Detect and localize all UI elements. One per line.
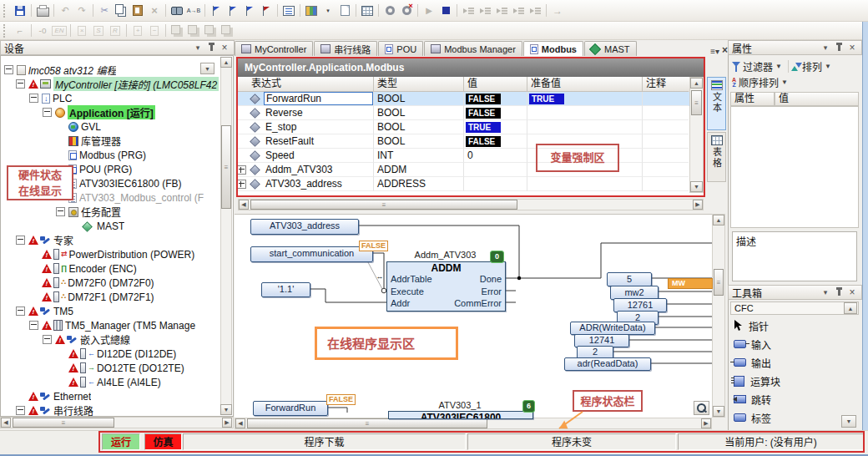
scroll-down-icon[interactable]: ▼ (220, 404, 232, 415)
insert-box-icon[interactable]: + (129, 23, 146, 38)
tree-item-serial-line[interactable]: 串行线路 (2, 403, 235, 418)
clear-bookmarks-icon[interactable] (258, 3, 275, 18)
toolbox-scroll-up-icon[interactable]: ▲ (844, 302, 857, 314)
magnifier-icon[interactable] (694, 401, 709, 415)
goto-icon[interactable]: → (549, 3, 566, 18)
cfc-value-box[interactable]: adr(ReadData) (564, 357, 651, 371)
tab-close-icon[interactable]: × (722, 44, 728, 56)
scroll-left-icon[interactable]: ◀ (239, 200, 249, 210)
watch-row-addm-atv303[interactable]: Addm_ATV303 ADDM (238, 163, 689, 177)
next-bookmark-icon[interactable] (225, 3, 241, 18)
device-combo-dropdown[interactable]: ▼ (200, 63, 214, 74)
view-tab-text[interactable]: 文本 (707, 77, 726, 130)
watch-row-estop[interactable]: E_stop BOOL TRUE (238, 120, 689, 134)
pin-icon[interactable] (833, 43, 845, 53)
prepared-value-badge[interactable]: TRUE (529, 94, 564, 104)
toolbox-item-jump[interactable]: 跳转 (734, 391, 771, 408)
tree-item-do12te[interactable]: →DO12TE (DO12TE) (2, 361, 275, 375)
watch-hscroll-thumb[interactable]: ≡ (250, 200, 517, 210)
visualization-icon[interactable] (303, 3, 320, 18)
tree-item-project[interactable]: lmc058 atv312 编程 (2, 63, 223, 77)
delete-box-icon[interactable]: − (146, 23, 163, 38)
print-icon[interactable] (34, 3, 51, 18)
negation-icon[interactable]: -o (34, 23, 51, 38)
reset-coil-icon[interactable]: R (107, 23, 124, 38)
panel-menu-icon[interactable]: ▾ (192, 43, 204, 53)
value-badge[interactable]: FALSE (466, 136, 501, 147)
tree-vertical-scrollbar[interactable] (220, 57, 232, 415)
tree-item-mycontroller[interactable]: MyController [连接的] (LMC058LF42 (2, 77, 235, 91)
tree-item-encoder[interactable]: ∏Encoder (ENC) (2, 261, 248, 276)
tree-item-dm72f1[interactable]: ∴DM72F1 (DM72F1) (2, 290, 248, 304)
toolbox-scroll-down-icon[interactable]: ▼ (841, 415, 856, 428)
undo-icon[interactable]: ↶ (57, 3, 73, 18)
properties-grid[interactable] (730, 106, 859, 228)
bring-to-front-icon[interactable] (169, 23, 185, 38)
pin-addr[interactable]: Addr (391, 298, 410, 308)
en-eno-icon[interactable]: EN (51, 23, 68, 38)
paste-icon[interactable] (129, 3, 146, 18)
pin-icon[interactable] (205, 43, 217, 53)
toolbox-item-label[interactable]: 标签 (734, 409, 771, 426)
stop-icon[interactable] (437, 3, 454, 18)
tab-mycontroller[interactable]: MyController (235, 41, 313, 56)
diagram-scroll-thumb[interactable]: ≡ (714, 269, 724, 296)
toolbox-item-pointer[interactable]: 指针 (734, 317, 769, 334)
tree-item-modbus-prg[interactable]: Modbus (PRG) (2, 148, 275, 162)
close-icon[interactable]: × (846, 43, 858, 53)
save-icon[interactable] (12, 3, 28, 18)
toolbox-item-input[interactable]: 输入 (734, 336, 771, 352)
column-header-expression[interactable]: 表达式 (238, 77, 374, 92)
order-button[interactable]: 顺序排列 (739, 75, 779, 89)
tab-list-icon[interactable]: ≡▾ (710, 47, 719, 56)
collapse-icon[interactable] (43, 335, 52, 344)
scroll-right-icon[interactable]: ▶ (222, 418, 232, 428)
collapse-icon[interactable] (16, 307, 25, 316)
close-icon[interactable]: × (846, 287, 858, 298)
scroll-up-icon[interactable]: ▲ (690, 78, 703, 89)
grid-view-icon[interactable] (359, 3, 376, 18)
pin-execute[interactable]: Execute (391, 286, 424, 296)
cfc-input-atv303-address[interactable]: ATV303_address (250, 219, 359, 235)
column-header-value[interactable]: 值 (464, 77, 527, 92)
tab-serial-line[interactable]: 串行线路 (314, 41, 377, 56)
tree-item-expert[interactable]: 专家 (2, 233, 235, 247)
scroll-up-icon[interactable]: ▲ (713, 215, 724, 225)
value-badge[interactable]: FALSE (466, 108, 501, 119)
cfc-value-box[interactable]: ADR(WriteData) (570, 322, 655, 335)
watch-list-icon[interactable] (280, 3, 297, 18)
run-to-cursor-icon[interactable] (510, 3, 527, 18)
scroll-left-icon[interactable]: ◀ (235, 418, 245, 428)
scroll-down-icon[interactable]: ▼ (713, 406, 724, 417)
collapse-icon[interactable] (16, 406, 25, 415)
collapse-icon[interactable] (16, 79, 25, 89)
watch-row-reverse[interactable]: Reverse BOOL FALSE (238, 106, 689, 120)
login-icon[interactable] (381, 3, 398, 18)
tree-item-dm72f0[interactable]: ∴DM72F0 (DM72F0) (2, 276, 248, 290)
tab-modbus[interactable]: Modbus (523, 41, 583, 56)
watch-row-resetfault[interactable]: ResetFault BOOL FALSE (238, 134, 689, 149)
tree-item-ai4le[interactable]: ←AI4LE (AI4LE) (2, 375, 275, 389)
watch-row-speed[interactable]: Speed INT 0 (238, 149, 689, 163)
value-badge[interactable]: TRUE (466, 122, 501, 133)
set-coil-icon[interactable]: S (90, 23, 107, 38)
logout-icon[interactable] (398, 3, 415, 18)
tree-hscroll-thumb[interactable]: ≡ (13, 418, 114, 428)
column-header-comment[interactable]: 注释 (643, 77, 689, 92)
step-over-icon[interactable] (460, 3, 477, 18)
tree-item-di12de[interactable]: ←DI12DE (DI12DE) (2, 347, 275, 361)
panel-menu-icon[interactable]: ▾ (820, 287, 831, 298)
expand-icon[interactable] (238, 180, 246, 189)
tree-scroll-thumb[interactable]: ≡ (221, 125, 231, 209)
scroll-down-icon[interactable]: ▼ (690, 181, 703, 192)
scroll-left-icon[interactable]: ◀ (1, 418, 11, 428)
value-text[interactable]: 0 (464, 149, 473, 162)
tree-item-tm5[interactable]: TM5 (2, 304, 235, 318)
panel-menu-icon[interactable]: ▾ (820, 43, 831, 53)
toolbox-item-box[interactable]: 运算块 (734, 372, 780, 389)
collapse-icon[interactable] (29, 321, 38, 330)
pin-icon[interactable] (833, 287, 845, 298)
column-header-prepared[interactable]: 准备值 (527, 77, 643, 92)
expand-icon[interactable] (238, 165, 246, 175)
column-header-type[interactable]: 类型 (374, 77, 464, 92)
